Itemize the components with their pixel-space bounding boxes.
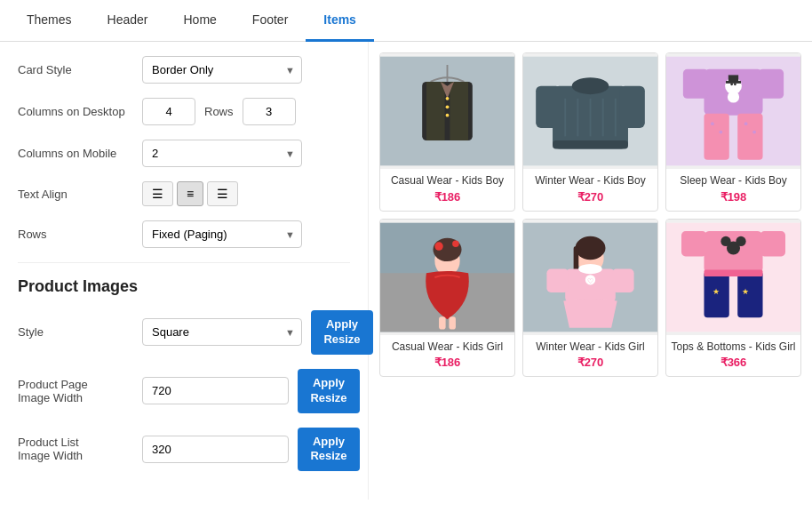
card-style-label: Card Style (18, 63, 142, 76)
style-label: Style (18, 325, 142, 339)
tab-items[interactable]: Items (306, 0, 374, 42)
product-images-heading: Product Images (18, 277, 350, 296)
rows-type-label: Rows (18, 228, 142, 241)
tab-header[interactable]: Header (90, 0, 166, 42)
svg-rect-4 (450, 82, 468, 140)
svg-point-8 (446, 114, 450, 117)
svg-rect-28 (728, 75, 738, 82)
product-image-wrap (380, 53, 514, 169)
product-card: Winter Wear - Kids Boy ₹270 (522, 52, 658, 212)
product-card: Casual Wear - Kids Boy ₹186 (379, 52, 515, 212)
align-left-button[interactable]: ☰ (142, 181, 173, 206)
product-page-width-row: Product PageImage Width ApplyResize (18, 369, 350, 413)
product-name: Sleep Wear - Kids Boy (670, 174, 797, 188)
product-list-width-input[interactable] (142, 436, 289, 463)
section-divider (18, 262, 350, 263)
product-card: Casual Wear - Kids Girl ₹186 (379, 219, 515, 378)
product-price: ₹198 (666, 190, 800, 204)
tabs-bar: Themes Header Home Footer Items (0, 0, 812, 42)
card-style-row: Card Style Border Only Shadow None ▼ (18, 56, 350, 84)
svg-rect-30 (704, 114, 728, 160)
product-image-wrap (666, 53, 800, 169)
product-image-wrap (380, 220, 514, 335)
product-price: ₹270 (523, 190, 657, 204)
rows-type-select-wrapper: Fixed (Paging) Infinite Scroll Load More… (142, 220, 302, 248)
svg-rect-60 (760, 231, 785, 256)
svg-rect-11 (536, 86, 561, 128)
svg-rect-42 (439, 316, 446, 329)
columns-desktop-input[interactable] (142, 98, 195, 125)
columns-mobile-label: Columns on Mobile (18, 147, 142, 160)
columns-mobile-select-wrapper: 1 2 3 ▼ (142, 140, 302, 167)
product-list-width-label: Product ListImage Width (18, 436, 142, 462)
product-name: Winter Wear - Kids Girl (527, 340, 654, 355)
align-center-button[interactable]: ≡ (177, 181, 203, 206)
svg-point-34 (744, 122, 748, 125)
style-row: Style Square Portrait Landscape ▼ ApplyR… (18, 310, 350, 355)
text-align-buttons: ☰ ≡ ☰ (142, 181, 238, 206)
product-page-width-input[interactable] (142, 377, 289, 404)
svg-rect-29 (726, 81, 741, 84)
svg-rect-23 (759, 69, 784, 99)
card-style-select[interactable]: Border Only Shadow None (142, 56, 302, 84)
apply-resize-style-button[interactable]: ApplyResize (311, 310, 373, 355)
product-image-wrap: ★ ★ (666, 220, 800, 335)
product-card: Sleep Wear - Kids Boy ₹198 (665, 52, 801, 212)
svg-point-35 (752, 131, 756, 134)
svg-point-58 (736, 236, 745, 245)
svg-rect-43 (449, 316, 456, 329)
svg-point-49 (578, 263, 601, 273)
product-name: Casual Wear - Kids Girl (384, 340, 511, 355)
product-price: ₹186 (380, 356, 514, 369)
product-name: Casual Wear - Kids Boy (384, 174, 511, 188)
svg-text:★: ★ (712, 285, 720, 295)
apply-resize-page-button[interactable]: ApplyResize (298, 369, 360, 413)
svg-point-46 (576, 236, 606, 259)
rows-type-select[interactable]: Fixed (Paging) Infinite Scroll Load More (142, 220, 302, 248)
columns-desktop-row: Columns on Desktop Rows (18, 98, 350, 125)
tab-themes[interactable]: Themes (9, 0, 90, 42)
svg-rect-53 (612, 268, 634, 292)
card-style-select-wrapper: Border Only Shadow None ▼ (142, 56, 302, 84)
text-align-label: Text Align (18, 188, 142, 201)
product-name: Winter Wear - Kids Boy (527, 174, 654, 188)
product-image-wrap (523, 53, 657, 169)
apply-resize-list-button[interactable]: ApplyResize (298, 428, 360, 472)
svg-point-25 (728, 91, 739, 102)
tab-home[interactable]: Home (166, 0, 235, 42)
svg-point-32 (711, 122, 714, 125)
tab-footer[interactable]: Footer (235, 0, 306, 42)
svg-point-6 (446, 97, 450, 100)
product-name: Tops & Bottoms - Kids Girl (670, 340, 797, 355)
columns-mobile-row: Columns on Mobile 1 2 3 ▼ (18, 140, 350, 167)
product-page-width-label: Product PageImage Width (18, 378, 142, 404)
product-price: ₹366 (666, 356, 800, 369)
svg-rect-31 (737, 114, 762, 160)
svg-point-41 (452, 240, 459, 247)
svg-rect-52 (546, 268, 569, 292)
svg-rect-65 (704, 269, 762, 276)
svg-rect-48 (565, 268, 616, 302)
rows-type-row: Rows Fixed (Paging) Infinite Scroll Load… (18, 220, 350, 248)
svg-rect-59 (681, 231, 706, 256)
style-select-wrapper: Square Portrait Landscape ▼ (142, 318, 302, 346)
columns-mobile-select[interactable]: 1 2 3 (142, 140, 302, 167)
product-card: ♡ Winter Wear - Kids Girl ₹270 (522, 219, 658, 378)
svg-rect-14 (553, 140, 628, 148)
product-preview-panel: Casual Wear - Kids Boy ₹186 (369, 42, 812, 500)
svg-text:♡: ♡ (587, 276, 593, 284)
product-card: ★ ★ Tops & Bottoms - Kids Girl ₹366 (665, 219, 801, 378)
product-image-wrap: ♡ (523, 220, 657, 335)
settings-panel: Card Style Border Only Shadow None ▼ Col… (0, 42, 369, 500)
svg-rect-3 (426, 82, 445, 140)
text-align-row: Text Align ☰ ≡ ☰ (18, 181, 350, 206)
product-list-width-row: Product ListImage Width ApplyResize (18, 428, 350, 472)
style-select[interactable]: Square Portrait Landscape (142, 318, 302, 346)
svg-point-57 (720, 236, 730, 245)
svg-rect-12 (620, 86, 645, 128)
columns-desktop-label: Columns on Desktop (18, 105, 142, 118)
product-price: ₹186 (380, 190, 514, 204)
svg-point-33 (719, 131, 722, 134)
rows-desktop-input[interactable] (243, 98, 296, 125)
align-right-button[interactable]: ☰ (207, 181, 238, 206)
